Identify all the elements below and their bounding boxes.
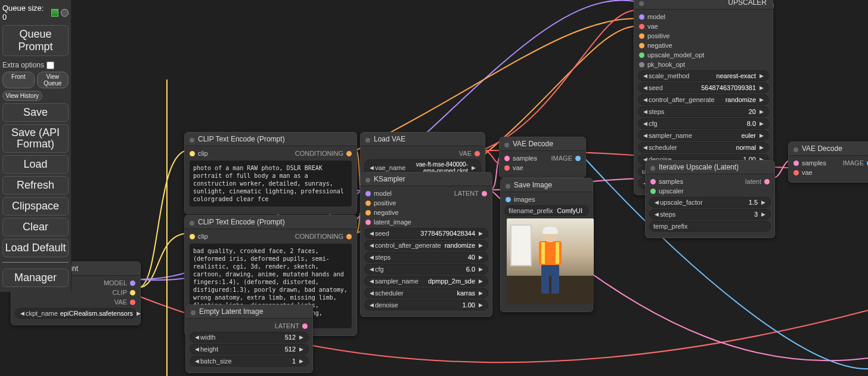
output-image: IMAGE [843,159,864,167]
ckpt-name-widget[interactable]: ◀ ckpt_name epiCRealism.safetensors ▶ [15,308,137,319]
input-vae: vae [513,164,523,171]
steps-widget[interactable]: ◀steps40▶ [364,252,488,263]
node-ksampler[interactable]: KSampler model LATENT positive negative … [360,172,492,317]
node-title[interactable]: VAE Decode [500,137,585,151]
temp-prefix-widget[interactable]: temp_prefix [649,221,771,232]
batch-size-widget[interactable]: ◀batch_size1▶ [190,356,309,366]
node-graph-canvas[interactable]: Queue size: 0 Queue Prompt Extra options… [0,0,868,376]
save-button[interactable]: Save [2,103,69,122]
node-title[interactable]: KSampler [361,172,492,186]
chevron-left-icon[interactable]: ◀ [19,310,26,316]
input-vae: vae [802,169,813,176]
steps-widget[interactable]: ◀steps3▶ [649,209,771,220]
node-vae-decode-1[interactable]: VAE Decode samples IMAGE vae [499,137,586,178]
control-after-generate-widget[interactable]: ◀control_after_generaterandomize▶ [364,240,488,251]
queue-prompt-button[interactable]: Queue Prompt [2,25,69,56]
output-vae: VAE [459,150,472,157]
input-negative: negative [647,42,672,49]
seed-widget[interactable]: ◀seed377845790428344▶ [364,228,488,239]
control-panel: Queue size: 0 Queue Prompt Extra options… [0,0,72,292]
input-positive: positive [374,199,396,207]
seed-widget[interactable]: ◀seed564874637099381▶ [638,82,769,93]
input-positive: positive [647,32,669,39]
input-model: model [374,190,392,197]
node-title[interactable]: Iterative Upscale (Latent) [646,161,774,174]
node-save-image[interactable]: Save Image images filename_prefixComfyUI [500,178,593,312]
load-button[interactable]: Load [2,155,69,174]
cfg-widget[interactable]: ◀cfg6.0▶ [364,264,488,275]
output-latent: latent [745,178,761,185]
scheduler-widget[interactable]: ◀schedulernormal▶ [638,142,769,153]
view-history-button[interactable]: View History [2,91,42,101]
height-widget[interactable]: ◀height512▶ [190,344,309,355]
image-icon[interactable] [51,9,59,17]
view-front-button[interactable]: Front [2,72,35,88]
denoise-widget[interactable]: ◀denoise1.00▶ [364,300,488,310]
clipspace-button[interactable]: Clipspace [2,197,69,215]
input-images: images [514,196,535,203]
node-iterative-upscale[interactable]: Iterative Upscale (Latent) samples laten… [645,160,775,238]
divider [2,262,69,263]
width-widget[interactable]: ◀width512▶ [190,332,309,343]
input-vae: vae [647,23,658,30]
input-upscaler: upscaler [659,187,684,195]
output-latent: LATENT [454,190,479,197]
input-pk-hook: pk_hook_opt [647,61,685,68]
scale-method-widget[interactable]: ◀scale_methodnearest-exact▶ [638,70,769,81]
node-title[interactable]: Empty Latent Image [186,305,312,319]
node-title[interactable]: CLIP Text Encode (Prompt) [185,132,356,146]
input-upscale-model: upscale_model_opt [647,51,704,58]
refresh-button[interactable]: Refresh [2,176,69,195]
filename-prefix-widget[interactable]: filename_prefixComfyUI [504,205,589,216]
node-clip-encode-positive[interactable]: CLIP Text Encode (Prompt) clip CONDITION… [184,132,357,214]
output-latent: LATENT [275,322,299,329]
upscale-factor-widget[interactable]: ◀upscale_factor1.5▶ [649,197,771,208]
node-title[interactable]: VAE Decode [789,142,868,156]
node-title[interactable]: Load VAE [361,132,485,146]
save-api-button[interactable]: Save (API Format) [2,124,69,153]
prompt-textarea[interactable]: photo of a man RAW photo, DSLR BREAK por… [190,161,352,207]
input-negative: negative [374,209,399,216]
output-clip: CLIP [113,289,127,296]
input-model: model [647,13,665,20]
extra-options-toggle[interactable]: Extra options [2,58,69,72]
input-samples: samples [802,159,826,167]
sampler-name-widget[interactable]: ◀sampler_nameeuler▶ [638,130,769,141]
queue-size-label: Queue size: 0 [2,2,69,25]
input-samples: samples [659,178,683,185]
image-preview [507,218,594,304]
sampler-name-widget[interactable]: ◀sampler_namedpmpp_2m_sde▶ [364,276,488,286]
input-latent: latent_image [374,218,411,226]
output-model: MODEL [104,279,127,286]
node-title[interactable]: CLIP Text Encode (Prompt) [185,215,356,229]
node-empty-latent[interactable]: Empty Latent Image LATENT ◀width512▶ ◀he… [185,304,313,373]
gear-icon[interactable] [61,9,69,17]
input-samples: samples [513,155,537,162]
view-queue-button[interactable]: View Queue [37,72,69,88]
node-vae-decode-2[interactable]: VAE Decode samples IMAGE vae [788,141,868,183]
output-conditioning: CONDITIONING [295,233,343,240]
node-title[interactable]: Save Image [501,178,593,192]
output-conditioning: CONDITIONING [295,150,343,157]
clear-button[interactable]: Clear [2,218,69,236]
cfg-widget[interactable]: ◀cfg8.0▶ [638,118,769,129]
input-clip: clip [198,233,208,240]
node-title[interactable]: UPSCALER [634,0,773,10]
scheduler-widget[interactable]: ◀schedulerkarras▶ [364,288,488,298]
load-default-button[interactable]: Load Default [2,239,69,257]
input-clip: clip [198,150,208,157]
output-image: IMAGE [551,155,572,162]
steps-widget[interactable]: ◀steps20▶ [638,106,769,117]
output-vae: VAE [114,298,127,306]
manager-button[interactable]: Manager [2,269,69,287]
chevron-right-icon[interactable]: ▶ [135,310,142,316]
control-after-generate-widget[interactable]: ◀control_after_generaterandomize▶ [638,94,769,105]
extra-options-checkbox[interactable] [46,61,54,69]
